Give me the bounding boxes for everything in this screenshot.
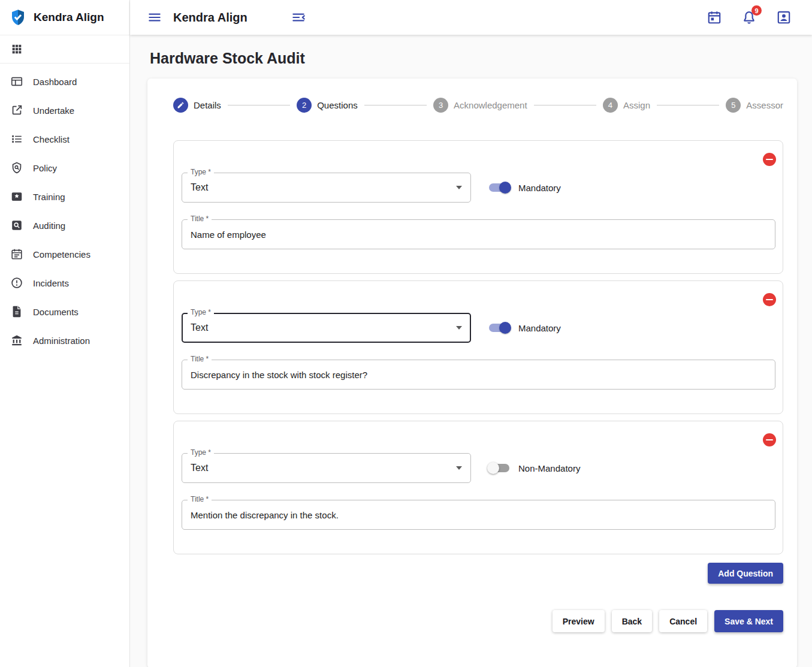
step-label: Assessor — [746, 100, 783, 110]
sidebar-item-policy[interactable]: Policy — [0, 153, 129, 182]
sidebar-nav: Dashboard Undertake Checklist Policy — [0, 64, 129, 355]
remove-question-button[interactable] — [763, 293, 776, 306]
topbar-actions: 9 — [707, 10, 792, 25]
title-field-label: Title * — [188, 495, 212, 503]
back-button[interactable]: Back — [612, 610, 652, 632]
question-card: Type * Text Non-Mandatory Title * — [173, 421, 783, 554]
remove-question-button[interactable] — [763, 153, 776, 166]
sidebar-item-label: Undertake — [33, 105, 74, 116]
mandatory-toggle-label: Non-Mandatory — [518, 463, 580, 473]
step-label: Assign — [623, 100, 650, 110]
main-area: Kendra Align 9 Hardware Stock Audit — [130, 0, 812, 667]
step-number: 3 — [433, 98, 448, 113]
question-type-select[interactable]: Text — [182, 453, 471, 483]
apps-row — [0, 35, 129, 64]
stepper-connector — [364, 105, 427, 105]
topbar-title: Kendra Align — [173, 11, 247, 25]
step-acknowledgement[interactable]: 3 Acknowledgement — [433, 98, 527, 113]
notification-badge: 9 — [751, 5, 762, 16]
notifications-bell-icon[interactable]: 9 — [741, 10, 757, 25]
title-field: Title * — [182, 360, 775, 390]
question-title-input[interactable] — [182, 500, 775, 530]
sidebar-item-dashboard[interactable]: Dashboard — [0, 67, 129, 96]
mandatory-toggle[interactable] — [489, 183, 509, 192]
audit-form-card: Details 2 Questions 3 Acknowledgement 4 — [147, 79, 797, 667]
sidebar-item-competencies[interactable]: Competencies — [0, 240, 129, 268]
title-field: Title * — [182, 219, 775, 249]
sidebar-item-label: Checklist — [33, 134, 70, 144]
question-card: Type * Text Mandatory Title * — [173, 140, 783, 274]
app-window: Kendra Align Dashboard Undertake — [0, 0, 812, 667]
mandatory-toggle-group: Non-Mandatory — [489, 463, 580, 473]
stepper-connector — [228, 105, 290, 105]
hamburger-menu-icon[interactable] — [147, 10, 162, 25]
chevron-down-icon — [456, 466, 462, 470]
title-field-label: Title * — [188, 355, 212, 363]
question-title-input[interactable] — [182, 219, 775, 249]
page-content: Hardware Stock Audit Details 2 Questions — [130, 35, 812, 667]
sidebar: Kendra Align Dashboard Undertake — [0, 0, 130, 667]
add-question-button[interactable]: Add Question — [708, 563, 783, 584]
auditing-search-icon — [10, 219, 23, 232]
cancel-button[interactable]: Cancel — [659, 610, 707, 632]
save-next-button[interactable]: Save & Next — [714, 610, 783, 632]
sidebar-item-label: Dashboard — [33, 77, 77, 87]
step-number: 5 — [726, 98, 741, 113]
undertake-launch-icon — [10, 104, 23, 117]
step-assessor[interactable]: 5 Assessor — [726, 98, 783, 113]
preview-button[interactable]: Preview — [553, 610, 605, 632]
question-card: Type * Text Mandatory Title * — [173, 280, 783, 414]
menu-open-icon[interactable] — [291, 10, 306, 25]
app-logo-shield-icon — [9, 8, 27, 26]
type-field: Type * Text — [182, 313, 471, 343]
competencies-calendar-icon — [10, 248, 23, 261]
mandatory-toggle-group: Mandatory — [489, 323, 561, 333]
sidebar-item-label: Administration — [33, 336, 90, 346]
question-type-value: Text — [191, 322, 208, 333]
calendar-icon[interactable] — [707, 10, 722, 25]
title-field-label: Title * — [188, 215, 212, 223]
brand: Kendra Align — [0, 0, 129, 35]
step-number: 2 — [297, 98, 312, 113]
stepper-connector — [657, 105, 719, 105]
sidebar-item-documents[interactable]: Documents — [0, 297, 129, 326]
brand-name: Kendra Align — [34, 11, 104, 24]
question-type-value: Text — [191, 463, 208, 473]
remove-question-button[interactable] — [763, 433, 776, 446]
sidebar-item-label: Documents — [33, 307, 79, 317]
topbar: Kendra Align 9 — [130, 0, 812, 35]
sidebar-item-label: Incidents — [33, 278, 69, 288]
question-type-select[interactable]: Text — [182, 313, 471, 343]
administration-bank-icon — [10, 334, 23, 347]
documents-file-icon — [10, 305, 23, 318]
sidebar-item-undertake[interactable]: Undertake — [0, 96, 129, 125]
sidebar-item-label: Policy — [33, 163, 57, 173]
step-label: Questions — [317, 100, 358, 110]
sidebar-item-label: Training — [33, 192, 65, 202]
step-assign[interactable]: 4 Assign — [603, 98, 650, 113]
mandatory-toggle[interactable] — [489, 464, 509, 472]
sidebar-item-checklist[interactable]: Checklist — [0, 125, 129, 153]
question-title-input[interactable] — [182, 360, 775, 390]
policy-shield-icon — [10, 161, 23, 174]
chevron-down-icon — [456, 186, 462, 189]
question-type-select[interactable]: Text — [182, 173, 471, 203]
add-question-row: Add Question — [173, 563, 783, 584]
stepper-connector — [534, 105, 596, 105]
sidebar-item-training[interactable]: Training — [0, 182, 129, 211]
sidebar-item-administration[interactable]: Administration — [0, 326, 129, 355]
mandatory-toggle-label: Mandatory — [518, 323, 561, 333]
step-number: 4 — [603, 98, 618, 113]
account-icon[interactable] — [776, 10, 792, 25]
incidents-alert-icon — [10, 276, 23, 289]
mandatory-toggle[interactable] — [489, 324, 509, 332]
apps-grid-icon[interactable] — [10, 43, 23, 56]
type-field-label: Type * — [188, 448, 214, 457]
type-field-label: Type * — [188, 168, 214, 176]
step-questions[interactable]: 2 Questions — [297, 98, 358, 113]
checklist-icon — [10, 132, 23, 146]
step-details[interactable]: Details — [173, 98, 221, 113]
sidebar-item-incidents[interactable]: Incidents — [0, 268, 129, 297]
type-field: Type * Text — [182, 173, 471, 203]
sidebar-item-auditing[interactable]: Auditing — [0, 211, 129, 240]
